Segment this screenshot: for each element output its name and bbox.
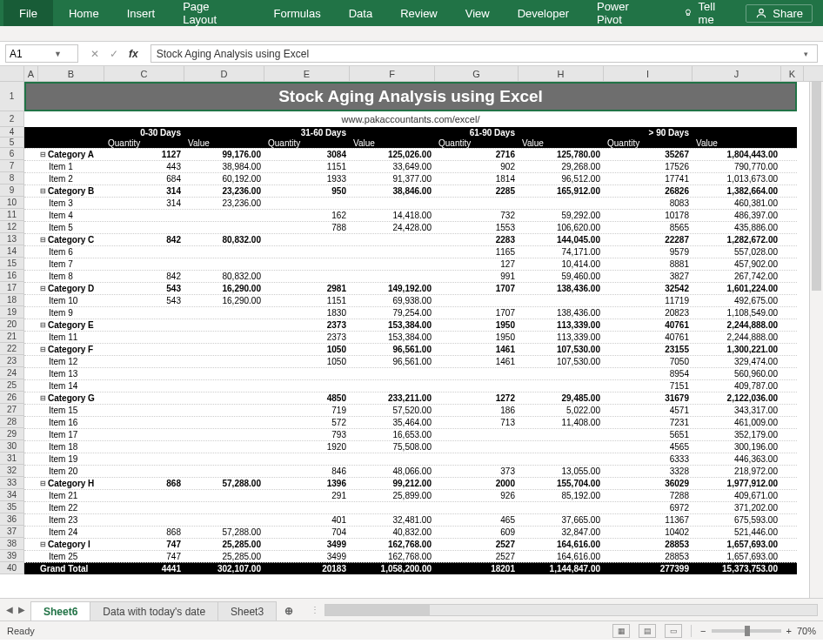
cancel-icon[interactable]: ✕ [90,48,99,60]
row-header[interactable]: 6 [0,148,24,160]
pivot-item-row[interactable]: Item 268460,192.00193391,377.00181496,51… [24,172,797,184]
sheet-nav-prev[interactable]: ◀ [3,605,16,614]
share-button[interactable]: Share [746,4,813,23]
row-header[interactable]: 4 [0,127,24,138]
row-header[interactable]: 9 [0,184,24,197]
pivot-item-row[interactable]: Item 112373153,384.001950113,339.0040761… [24,331,797,343]
sheet-tab-active[interactable]: Sheet6 [30,601,90,621]
col-header-A[interactable]: A [24,66,38,81]
pivot-item-row[interactable]: Item 2340132,481.0046537,665.0011367675,… [24,513,797,526]
pivot-item-row[interactable]: Item 196333446,363.00 [24,453,797,465]
row-header[interactable]: 18 [0,294,24,306]
row-header[interactable]: 1 [0,82,24,111]
zoom-in-button[interactable]: + [786,626,792,636]
pivot-category-row[interactable]: Category E2373153,384.001950113,339.0040… [24,319,797,331]
chevron-down-icon[interactable]: ▼ [42,50,74,58]
row-header[interactable]: 25 [0,379,24,392]
row-header[interactable]: 19 [0,306,24,319]
row-header[interactable]: 10 [0,197,24,209]
row-header[interactable]: 37 [0,526,24,538]
pivot-item-row[interactable]: Item 1657235,464.0071311,408.007231461,0… [24,416,797,428]
pivot-item-row[interactable]: Item 144338,984.00115133,649.0090229,268… [24,160,797,172]
row-header[interactable]: 35 [0,501,24,513]
page-subtitle[interactable]: www.pakaccountants.com/excel/ [24,111,797,127]
select-all-corner[interactable] [0,66,24,81]
pivot-item-row[interactable]: Item 578824,428.001553106,620.008565435,… [24,221,797,233]
ribbon-tab-insert[interactable]: Insert [113,0,170,26]
row-header[interactable]: 15 [0,258,24,270]
worksheet-grid[interactable]: 1 2 4 5 6 7 8 9 10 11 12 13 14 15 16 17 … [0,82,823,598]
name-box[interactable]: A1 ▼ [5,44,78,63]
pivot-item-row[interactable]: Item 6116574,171.009579557,028.00 [24,245,797,258]
tell-me-search[interactable]: Tell me [671,0,746,26]
col-header-F[interactable]: F [350,66,435,81]
ribbon-tab-view[interactable]: View [452,0,504,26]
row-header[interactable]: 32 [0,465,24,477]
row-header[interactable]: 14 [0,245,24,258]
view-page-layout-button[interactable]: ▤ [639,624,656,638]
col-header-D[interactable]: D [184,66,264,81]
pivot-item-row[interactable]: Item 416214,418.0073259,292.0010178486,3… [24,209,797,221]
pivot-category-row[interactable]: Category F105096,561.001461107,530.00231… [24,343,797,355]
pivot-table[interactable]: 0-30 Days 31-60 Days 61-90 Days > 90 Day… [24,127,797,574]
col-header-I[interactable]: I [604,66,693,81]
row-header[interactable]: 40 [0,562,24,574]
pivot-item-row[interactable]: Item 9183079,254.001707138,436.00208231,… [24,306,797,319]
vertical-scrollbar[interactable] [809,82,823,598]
enter-icon[interactable]: ✓ [110,48,118,60]
formula-input[interactable]: Stock Aging Analysis using Excel ▾ [151,44,818,63]
row-header[interactable]: 11 [0,209,24,221]
horizontal-scrollbar[interactable] [325,604,818,616]
cells-area[interactable]: Stock Aging Analysis using Excel www.pak… [24,82,823,598]
pivot-category-row[interactable]: Category G4850233,211.00127229,485.00316… [24,392,797,404]
pivot-item-row[interactable]: Item 12105096,561.001461107,530.00705032… [24,355,797,367]
pivot-item-row[interactable]: Item 147151409,787.00 [24,379,797,392]
sheet-tab[interactable]: Sheet3 [217,601,277,621]
sheet-tab-add[interactable]: ⊕ [276,601,302,621]
fx-icon[interactable]: fx [129,48,138,60]
row-header[interactable]: 30 [0,440,24,453]
scrollbar-thumb[interactable] [325,605,430,615]
pivot-item-row[interactable]: Item 2574725,285.003499162,768.002527164… [24,550,797,562]
zoom-slider[interactable] [712,629,781,633]
pivot-item-row[interactable]: Item 18192075,508.004565300,196.00 [24,440,797,453]
col-header-G[interactable]: G [435,66,519,81]
ribbon-tab-formulas[interactable]: Formulas [259,0,334,26]
row-header[interactable]: 36 [0,513,24,526]
pivot-item-row[interactable]: Item 712710,414.008881457,902.00 [24,258,797,270]
row-header[interactable]: 16 [0,270,24,282]
pivot-item-row[interactable]: Item 1571957,520.001865,022.004571343,31… [24,404,797,416]
zoom-out-button[interactable]: − [700,626,706,636]
view-normal-button[interactable]: ▦ [612,624,630,638]
row-header[interactable]: 33 [0,477,24,489]
pivot-item-row[interactable]: Item 138954560,960.00 [24,367,797,379]
pivot-item-row[interactable]: Item 884280,832.0099159,460.003827267,74… [24,270,797,282]
col-header-K[interactable]: K [781,66,804,81]
row-header[interactable]: 29 [0,428,24,440]
row-header[interactable]: 7 [0,160,24,172]
pivot-item-row[interactable]: Item 1779316,653.005651352,179.00 [24,428,797,440]
row-header[interactable]: 39 [0,550,24,562]
row-header[interactable]: 34 [0,489,24,501]
pivot-item-row[interactable]: Item 226972371,202.00 [24,501,797,513]
row-header[interactable]: 12 [0,221,24,233]
row-header[interactable]: 26 [0,392,24,404]
scrollbar-thumb[interactable] [812,82,821,291]
pivot-item-row[interactable]: Item 331423,236.008083460,381.00 [24,197,797,209]
pivot-category-row[interactable]: Category C84280,832.002283144,045.002228… [24,233,797,245]
page-title[interactable]: Stock Aging Analysis using Excel [24,82,797,111]
row-header[interactable]: 24 [0,367,24,379]
row-header[interactable]: 17 [0,282,24,294]
ribbon-tab-file[interactable]: File [3,0,53,26]
row-header[interactable]: 5 [0,138,24,148]
pivot-category-row[interactable]: Category B31423,236.0095038,846.00228516… [24,184,797,197]
pivot-item-row[interactable]: Item 1054316,290.00115169,938.0011719492… [24,294,797,306]
pivot-item-row[interactable]: Item 2084648,066.0037313,055.003328218,9… [24,465,797,477]
chevron-down-icon[interactable]: ▾ [800,50,812,58]
pivot-grand-total-row[interactable]: Grand Total4441302,107.00201831,058,200.… [24,562,797,574]
pivot-category-row[interactable]: Category H86857,288.00139699,212.0020001… [24,477,797,489]
row-header[interactable]: 38 [0,538,24,550]
row-header[interactable]: 31 [0,453,24,465]
row-header[interactable]: 8 [0,172,24,184]
col-header-J[interactable]: J [693,66,781,81]
